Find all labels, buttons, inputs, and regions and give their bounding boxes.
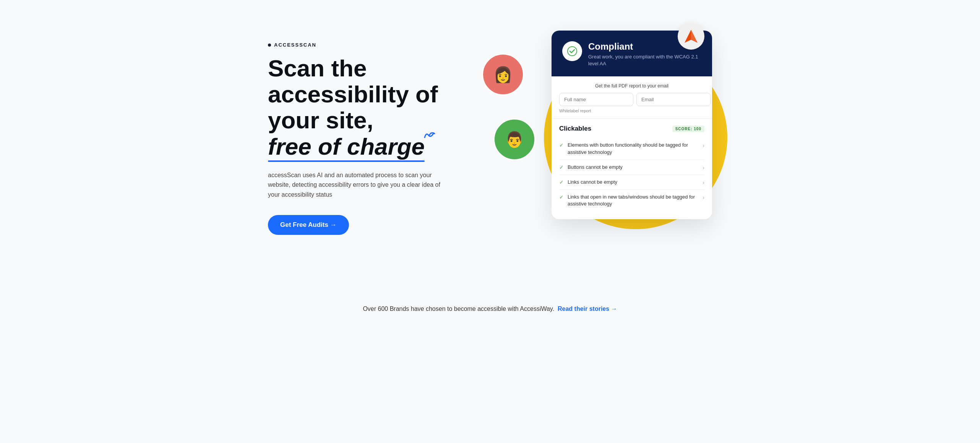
chevron-icon-1[interactable]: › (703, 165, 704, 171)
ui-card: Compliant Great work, you are compliant … (552, 31, 712, 219)
check-icon-1: ✓ (559, 164, 564, 170)
chevron-icon-0[interactable]: › (703, 142, 704, 149)
check-icon-0: ✓ (559, 142, 564, 148)
hero-title-line2: your site, free of charge (268, 107, 425, 159)
read-stories-link[interactable]: Read their stories → (558, 306, 617, 312)
card-email-form: Get the full PDF report to your email Wh… (552, 76, 712, 119)
cta-button[interactable]: Get Free Audits → (268, 215, 349, 235)
email-input[interactable] (636, 93, 711, 106)
score-badge: SCORE: 100 (672, 126, 704, 132)
check-item-0: ✓ Elements with button functionality sho… (559, 138, 704, 160)
form-hint: Whitelabel report (559, 108, 704, 113)
fullname-input[interactable] (559, 93, 633, 106)
check-text-2: Links cannot be empty (568, 179, 617, 186)
brand-name: ACCESSSCAN (274, 42, 316, 48)
aw-logo-svg (683, 28, 699, 44)
hero-section: ACCESSSCAN Scan the accessibility of you… (268, 23, 712, 290)
squiggle-decoration (423, 130, 435, 141)
avatar-person-2: 👨 (495, 120, 534, 159)
accessiway-logo (678, 23, 704, 50)
brand-tag: ACCESSSCAN (268, 42, 467, 48)
svg-marker-1 (691, 30, 698, 43)
check-text-3: Links that open in new tabs/windows shou… (568, 194, 699, 207)
avatar-2: 👨 (493, 118, 535, 160)
compliant-icon (562, 41, 582, 61)
check-text-1: Buttons cannot be empty (568, 164, 623, 171)
check-item-2: ✓ Links cannot be empty › (559, 175, 704, 190)
bottom-bar-text: Over 600 Brands have chosen to become ac… (363, 306, 554, 312)
check-circle-icon (567, 46, 577, 56)
hero-title-line1: Scan the accessibility of (268, 55, 438, 107)
bottom-bar: Over 600 Brands have chosen to become ac… (268, 290, 712, 328)
compliant-description: Great work, you are compliant with the W… (588, 53, 701, 67)
form-title: Get the full PDF report to your email (559, 83, 704, 89)
check-icon-2: ✓ (559, 179, 564, 185)
svg-point-2 (568, 47, 577, 56)
card-clickables: Clickables SCORE: 100 ✓ Elements with bu… (552, 119, 712, 219)
hero-left: ACCESSSCAN Scan the accessibility of you… (268, 23, 467, 235)
chevron-icon-3[interactable]: › (703, 194, 704, 200)
avatar-1: 👩 (482, 53, 524, 95)
clickables-header: Clickables SCORE: 100 (559, 125, 704, 133)
avatar-person-1: 👩 (483, 55, 523, 94)
check-item-left-3: ✓ Links that open in new tabs/windows sh… (559, 194, 699, 207)
page-wrapper: ACCESSSCAN Scan the accessibility of you… (245, 0, 735, 328)
clickables-title: Clickables (559, 125, 591, 133)
check-item-left-0: ✓ Elements with button functionality sho… (559, 142, 699, 155)
check-item-left-2: ✓ Links cannot be empty (559, 179, 699, 186)
check-item-3: ✓ Links that open in new tabs/windows sh… (559, 190, 704, 211)
check-item-left-1: ✓ Buttons cannot be empty (559, 164, 699, 171)
brand-dot (268, 44, 271, 47)
hero-right: 👩 👨 (482, 23, 712, 283)
check-item-1: ✓ Buttons cannot be empty › (559, 160, 704, 175)
chevron-icon-2[interactable]: › (703, 179, 704, 186)
form-row (559, 92, 704, 106)
hero-emphasis: free of charge (268, 134, 425, 160)
hero-title: Scan the accessibility of your site, fre… (268, 55, 467, 160)
hero-description: accessScan uses AI and an automated proc… (268, 170, 451, 200)
check-text-0: Elements with button functionality shoul… (568, 142, 699, 155)
check-icon-3: ✓ (559, 194, 564, 200)
